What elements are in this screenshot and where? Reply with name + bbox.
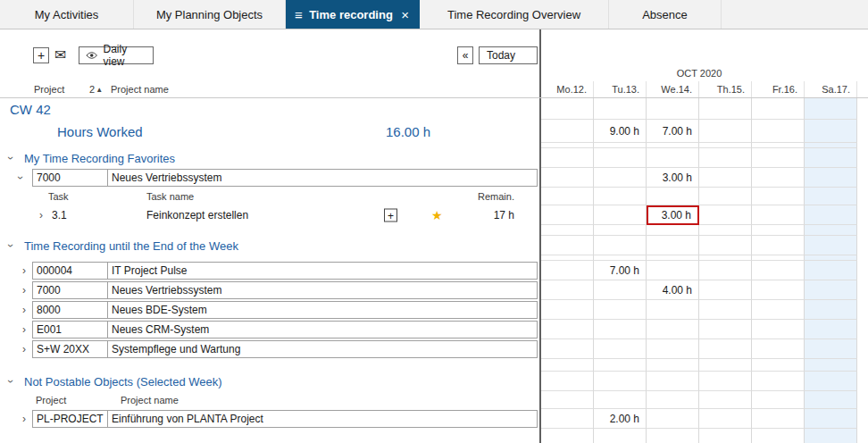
project-id-cell[interactable]: E001: [32, 321, 108, 339]
project-id-cell[interactable]: 7000: [32, 169, 108, 187]
day-cell-weekend[interactable]: [805, 205, 857, 225]
day-cell[interactable]: [541, 339, 594, 359]
add-booking-button[interactable]: +: [384, 209, 397, 222]
day-cell[interactable]: [594, 148, 647, 168]
chevron-down-icon[interactable]: ›: [5, 156, 16, 160]
daily-view-button[interactable]: Daily view: [79, 46, 154, 64]
project-name-cell[interactable]: Neues BDE-System: [107, 301, 538, 319]
day-cell[interactable]: [752, 120, 805, 143]
hours-value-cell[interactable]: 2.00 h: [594, 409, 647, 429]
day-cell-weekend[interactable]: [805, 300, 857, 320]
day-cell[interactable]: [541, 320, 594, 339]
day-cell[interactable]: [594, 339, 647, 359]
chevron-down-icon[interactable]: ›: [15, 176, 26, 180]
day-cell[interactable]: [699, 148, 752, 168]
favorite-star-icon[interactable]: ★: [431, 208, 443, 222]
day-cell-weekend[interactable]: [805, 98, 857, 120]
day-cell[interactable]: [752, 168, 805, 188]
day-cell[interactable]: [541, 391, 594, 409]
day-cell[interactable]: [541, 120, 594, 143]
day-cell[interactable]: [752, 236, 805, 255]
add-button[interactable]: +: [33, 47, 49, 63]
day-cell-weekend[interactable]: [805, 280, 857, 300]
day-cell[interactable]: [647, 236, 699, 255]
hours-value-cell[interactable]: 3.00 h: [647, 168, 699, 188]
not-postable-section-title[interactable]: Not Postable Objects (Selected Week): [24, 372, 222, 391]
day-header[interactable]: Mo.12.: [541, 81, 594, 97]
day-cell[interactable]: [594, 168, 647, 188]
day-cell[interactable]: [699, 205, 752, 225]
day-cell[interactable]: [541, 409, 594, 429]
close-icon[interactable]: ×: [399, 7, 411, 22]
project-name-cell[interactable]: Einführung von PLANTA Project: [107, 410, 538, 428]
day-cell[interactable]: [752, 188, 805, 205]
project-id-cell[interactable]: 8000: [32, 301, 108, 319]
day-cell[interactable]: [699, 120, 752, 143]
day-cell-weekend[interactable]: [805, 236, 857, 255]
project-id-cell[interactable]: PL-PROJECT: [32, 410, 108, 428]
day-cell[interactable]: [541, 236, 594, 255]
day-cell[interactable]: [699, 300, 752, 320]
chevron-down-icon[interactable]: ›: [5, 380, 16, 383]
tab-time-recording-overview[interactable]: Time Recording Overview: [420, 0, 609, 29]
day-cell-weekend[interactable]: [805, 372, 857, 391]
chevron-right-icon[interactable]: ›: [22, 265, 26, 276]
day-cell[interactable]: [541, 300, 594, 320]
day-cell[interactable]: [752, 148, 805, 168]
hamburger-icon[interactable]: ≡: [295, 7, 303, 22]
hours-value-cell[interactable]: 7.00 h: [647, 120, 699, 143]
tab-time-recording[interactable]: ≡ Time recording ×: [286, 0, 420, 29]
day-cell[interactable]: [541, 372, 594, 391]
project-id-cell[interactable]: S+W 20XX: [32, 340, 108, 358]
day-cell[interactable]: [752, 98, 805, 120]
day-cell[interactable]: [752, 261, 805, 280]
day-cell[interactable]: [752, 280, 805, 300]
day-cell[interactable]: [541, 280, 594, 300]
day-cell[interactable]: [699, 168, 752, 188]
project-name-cell[interactable]: Systempflege und Wartung: [107, 340, 538, 358]
chevron-down-icon[interactable]: ›: [5, 244, 16, 247]
day-cell[interactable]: [594, 300, 647, 320]
highlighted-hours-cell[interactable]: 3.00 h: [647, 205, 699, 225]
day-cell[interactable]: [699, 280, 752, 300]
hours-value-cell[interactable]: 7.00 h: [594, 261, 647, 280]
day-cell[interactable]: [647, 372, 699, 391]
project-name-cell[interactable]: Neues Vertriebssystem: [107, 281, 538, 299]
day-cell-weekend[interactable]: [805, 120, 857, 143]
day-cell[interactable]: [541, 205, 594, 225]
day-cell[interactable]: [594, 205, 647, 225]
day-cell-weekend[interactable]: [805, 391, 857, 409]
task-id[interactable]: 3.1: [52, 205, 67, 225]
day-cell-weekend[interactable]: [805, 261, 857, 280]
day-cell[interactable]: [594, 391, 647, 409]
day-cell[interactable]: [699, 372, 752, 391]
day-cell[interactable]: [594, 280, 647, 300]
day-cell[interactable]: [699, 188, 752, 205]
project-id-cell[interactable]: 000004: [32, 262, 108, 280]
task-name[interactable]: Feinkonzept erstellen: [146, 205, 248, 225]
week-group-label[interactable]: CW 42: [10, 98, 51, 120]
sort-indicator[interactable]: 2▲: [89, 81, 103, 97]
chevron-right-icon[interactable]: ›: [22, 305, 26, 315]
tab-absence[interactable]: Absence: [609, 0, 722, 29]
day-cell[interactable]: [647, 391, 699, 409]
previous-week-button[interactable]: «: [457, 46, 473, 64]
week-recording-section-title[interactable]: Time Recording until the End of the Week: [24, 236, 238, 255]
day-cell[interactable]: [752, 372, 805, 391]
project-name-cell[interactable]: Neues Vertriebssystem: [107, 169, 538, 187]
day-cell[interactable]: [647, 339, 699, 359]
day-cell[interactable]: [647, 148, 699, 168]
day-cell-weekend[interactable]: [805, 148, 857, 168]
day-cell[interactable]: [594, 320, 647, 339]
chevron-right-icon[interactable]: ›: [39, 210, 43, 221]
hours-value-cell[interactable]: 9.00 h: [594, 120, 647, 143]
day-cell-weekend[interactable]: [805, 409, 857, 429]
day-cell-weekend[interactable]: [805, 339, 857, 359]
day-header[interactable]: Tu.13.: [594, 81, 647, 97]
day-cell[interactable]: [647, 320, 699, 339]
day-cell[interactable]: [594, 372, 647, 391]
project-name-column-header[interactable]: Project name: [111, 81, 169, 97]
chevron-right-icon[interactable]: ›: [22, 285, 26, 296]
chevron-right-icon[interactable]: ›: [22, 414, 26, 424]
chevron-right-icon[interactable]: ›: [22, 324, 26, 335]
